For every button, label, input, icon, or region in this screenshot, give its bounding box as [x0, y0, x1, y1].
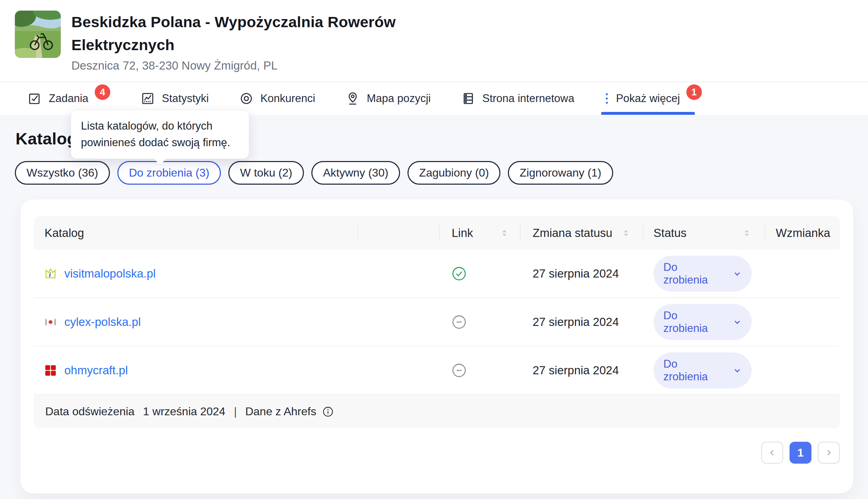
link-cell	[439, 298, 520, 346]
link-cell	[439, 250, 520, 297]
bike-landscape-photo	[15, 11, 61, 58]
catalog-link[interactable]: cylex-polska.pl	[64, 315, 141, 329]
column-katalog: Katalog	[34, 216, 358, 250]
link-check-icon	[452, 266, 467, 281]
tasks-icon	[28, 91, 42, 106]
competitors-icon	[239, 91, 253, 106]
column-label: Status	[653, 226, 687, 240]
status-change-date: 27 sierpnia 2024	[533, 267, 619, 280]
column-empty	[358, 216, 439, 250]
catalog-cell: i visitmalopolska.pl	[34, 250, 358, 297]
status-dropdown[interactable]: Do zrobienia	[653, 256, 752, 292]
mention-cell	[764, 250, 840, 297]
tab-strona-internetowa[interactable]: Strona internetowa	[461, 82, 574, 115]
filter-zignorowany[interactable]: Zignorowany (1)	[508, 161, 613, 185]
page-1-button[interactable]: 1	[790, 442, 811, 464]
catalog-link[interactable]: visitmalopolska.pl	[64, 267, 156, 280]
filter-wszystko[interactable]: Wszystko (36)	[15, 161, 110, 185]
visitmalopolska-favicon: i	[45, 268, 57, 280]
business-address: Desznica 72, 38-230 Nowy Żmigród, PL	[71, 59, 495, 72]
sort-icon[interactable]	[742, 228, 752, 238]
catalogs-card: Katalog Link Zmiana statusu Status	[20, 200, 853, 493]
status-filters: Wszystko (36) Do zrobienia (3) W toku (2…	[15, 161, 853, 185]
refresh-date: 1 września 2024	[143, 405, 225, 418]
filter-aktywny[interactable]: Aktywny (30)	[311, 161, 400, 185]
status-change-cell: 27 sierpnia 2024	[520, 298, 643, 346]
next-page-button[interactable]	[818, 442, 840, 464]
catalog-cell: cylex-polska.pl	[34, 298, 358, 346]
status-label: Do zrobienia	[663, 358, 721, 383]
tab-label: Zadania	[49, 92, 88, 105]
catalogs-tooltip: Lista katalogów, do których powinieneś d…	[71, 110, 249, 159]
business-name: Beskidzka Polana - Wypożyczalnia Rowerów…	[71, 11, 495, 56]
chevron-left-icon	[767, 448, 777, 458]
column-zmiana-statusu[interactable]: Zmiana statusu	[520, 216, 643, 250]
column-label: Zmiana statusu	[533, 226, 612, 240]
table-row: cylex-polska.pl 27 sierpnia 2024 Do zrob…	[34, 298, 840, 346]
status-change-cell: 27 sierpnia 2024	[520, 250, 643, 297]
status-change-cell: 27 sierpnia 2024	[520, 346, 643, 394]
filter-zagubiony[interactable]: Zagubiony (0)	[407, 161, 500, 185]
website-icon	[461, 91, 475, 106]
stats-icon	[141, 91, 155, 106]
column-status[interactable]: Status	[643, 216, 764, 250]
status-change-date: 27 sierpnia 2024	[533, 315, 619, 329]
tab-label: Strona internetowa	[482, 92, 574, 105]
status-dropdown[interactable]: Do zrobienia	[653, 352, 752, 388]
tab-konkurenci[interactable]: Konkurenci	[239, 82, 315, 115]
tooltip-text: Lista katalogów, do których powinieneś d…	[81, 120, 230, 149]
column-link[interactable]: Link	[439, 216, 520, 250]
status-cell: Do zrobienia	[643, 346, 764, 394]
more-badge: 1	[686, 84, 702, 100]
business-info: Beskidzka Polana - Wypożyczalnia Rowerów…	[71, 11, 495, 72]
mention-cell	[764, 346, 840, 394]
status-cell: Do zrobienia	[643, 250, 764, 297]
separator: |	[231, 405, 240, 418]
catalog-cell: ohmycraft.pl	[34, 346, 358, 394]
table-row: i visitmalopolska.pl 27 sierpnia 2024 Do…	[34, 250, 840, 298]
sort-icon[interactable]	[499, 228, 509, 238]
tab-label: Pokaż więcej	[616, 92, 680, 105]
status-dropdown[interactable]: Do zrobienia	[653, 304, 752, 340]
table-row: ohmycraft.pl 27 sierpnia 2024 Do zrobien…	[34, 346, 840, 395]
tab-pokaz-wiecej[interactable]: Pokaż więcej 1	[605, 82, 702, 115]
empty-cell	[358, 346, 439, 394]
link-cell	[439, 346, 520, 394]
kebab-icon	[605, 91, 609, 106]
filter-do-zrobienia[interactable]: Do zrobienia (3)	[117, 161, 221, 185]
data-source: Dane z Ahrefs	[245, 405, 316, 418]
status-label: Do zrobienia	[663, 261, 721, 286]
ohmycraft-favicon	[45, 364, 57, 376]
info-icon[interactable]	[322, 406, 334, 418]
chevron-down-icon	[733, 269, 742, 279]
business-logo-photo	[15, 11, 61, 58]
column-label: Link	[452, 226, 473, 240]
link-none-icon	[452, 363, 467, 378]
chevron-down-icon	[733, 317, 742, 327]
tasks-badge: 4	[95, 84, 110, 100]
status-label: Do zrobienia	[663, 309, 721, 335]
tab-label: Statystyki	[162, 92, 209, 105]
pagination: 1	[34, 442, 840, 464]
chevron-down-icon	[733, 365, 742, 375]
tab-mapa-pozycji[interactable]: Mapa pozycji	[346, 82, 431, 115]
cylex-favicon	[45, 316, 57, 328]
catalog-link[interactable]: ohmycraft.pl	[64, 364, 128, 377]
prev-page-button[interactable]	[761, 442, 783, 464]
status-cell: Do zrobienia	[643, 298, 764, 346]
status-change-date: 27 sierpnia 2024	[533, 364, 619, 377]
chevron-right-icon	[824, 448, 834, 458]
refresh-label: Data odświeżenia	[45, 405, 135, 418]
table-footer: Data odświeżenia 1 września 2024 | Dane …	[34, 395, 840, 428]
column-wzmianka: Wzmianka	[764, 216, 840, 250]
filter-w-toku[interactable]: W toku (2)	[228, 161, 304, 185]
svg-text:i: i	[49, 271, 51, 278]
sort-icon[interactable]	[621, 228, 631, 238]
empty-cell	[358, 298, 439, 346]
map-pin-icon	[346, 91, 360, 106]
business-header: Beskidzka Polana - Wypożyczalnia Rowerów…	[0, 0, 868, 72]
mention-cell	[764, 298, 840, 346]
tab-label: Mapa pozycji	[367, 92, 431, 105]
tab-label: Konkurenci	[260, 92, 315, 105]
table-header: Katalog Link Zmiana statusu Status	[34, 216, 840, 250]
